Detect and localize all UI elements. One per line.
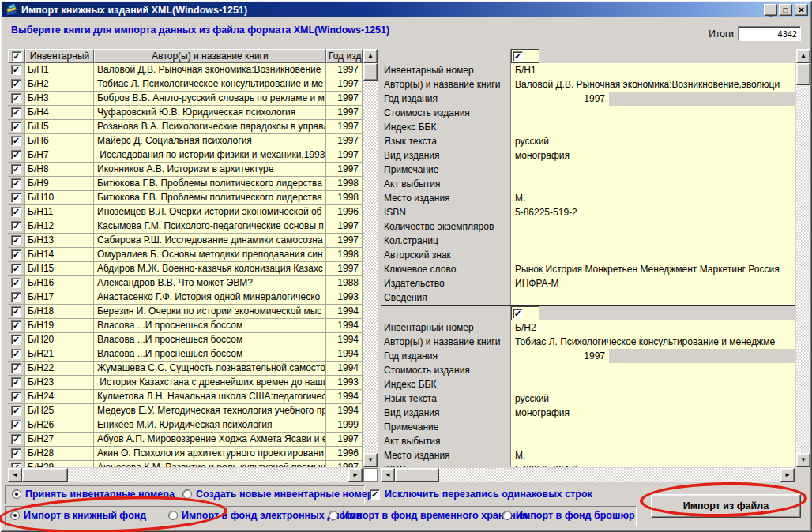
row-checkbox[interactable]: ✓ [8,390,25,404]
scroll-down-icon[interactable]: ▼ [796,453,810,467]
row-checkbox[interactable]: ✓ [8,461,25,467]
field-value[interactable] [511,163,795,177]
field-value[interactable] [511,290,795,305]
totals-input[interactable] [738,26,801,41]
scroll-track[interactable] [796,49,810,467]
table-row[interactable]: ✓ Б/Н24 Кулметова Л.Н. Начальная школа С… [8,390,363,404]
row-checkbox[interactable]: ✓ [8,120,25,134]
row-checkbox[interactable]: ✓ [8,92,25,106]
table-row[interactable]: ✓ Б/Н8 Иконников А.В. Историзм в архитек… [8,163,363,177]
maximize-button[interactable]: □ [779,4,792,16]
row-checkbox[interactable]: ✓ [8,177,25,191]
title-bar[interactable]: Импорт книжных изданий XML(Windows-1251)… [2,2,810,17]
radio-icon[interactable] [168,511,178,520]
row-checkbox[interactable]: ✓ [8,234,25,248]
scroll-right-icon[interactable]: ► [780,468,795,482]
table-row[interactable]: ✓ Б/Н26 Еникеев М.И. Юридическая психоло… [8,418,363,433]
radio-icon[interactable] [10,511,20,520]
table-row[interactable]: ✓ Б/Н7 Исследования по истории физики и … [8,148,363,163]
field-value[interactable] [511,234,795,248]
field-value[interactable]: монография [511,406,795,420]
table-row[interactable]: ✓ Б/Н6 Майерс Д. Социальная психология 1… [8,134,363,148]
field-value[interactable]: 1997 [511,92,609,106]
row-checkbox[interactable]: ✓ [8,404,25,418]
scroll-right-icon[interactable]: ► [348,468,363,482]
table-row[interactable]: ✓ Б/Н17 Анастасенко Г.Ф. История одной м… [8,290,363,305]
field-value[interactable]: М. [511,191,795,205]
import-from-file-button[interactable]: Импорт из файла [651,494,801,518]
field-value[interactable] [511,434,795,448]
field-value[interactable]: русский [511,134,795,148]
column-header-year[interactable]: Год издан [326,49,363,63]
row-checkbox[interactable]: ✓ [8,276,25,290]
field-value[interactable] [511,120,795,134]
field-value[interactable]: 5-86225-519-2 [511,205,795,219]
field-value[interactable]: Валовой Д.В. Рыночная экономика:Возникно… [511,77,795,92]
checkbox-check-icon[interactable]: ✓ [370,489,380,500]
table-row[interactable]: ✓ Б/Н9 Битюкова Г.В. Проблемы политическ… [8,177,363,191]
table-row[interactable]: ✓ Б/Н27 Абуов А.П. Мировоззрение Ходжа А… [8,433,363,447]
scroll-track[interactable] [363,49,378,467]
scroll-thumb[interactable] [395,468,439,482]
field-value[interactable]: ИНФРА-М [511,276,795,290]
radio-import-book-fund[interactable]: Импорт в книжный фонд [10,510,146,521]
minimize-button[interactable]: _ [764,4,777,16]
table-row[interactable]: ✓ Б/Н5 Розанова В.А. Психологические пар… [8,120,363,134]
table-row[interactable]: ✓ Б/Н15 Абдиров М.Ж. Военно-казачья коло… [8,262,363,276]
radio-icon[interactable] [502,511,512,520]
record-checkbox[interactable]: ✓ [511,49,539,63]
row-checkbox[interactable]: ✓ [8,134,25,148]
row-checkbox[interactable]: ✓ [8,433,25,447]
field-value[interactable]: русский [511,392,795,406]
row-checkbox[interactable]: ✓ [8,205,25,219]
field-value[interactable]: Б/Н1 [511,63,795,77]
field-value[interactable] [511,420,795,434]
table-row[interactable]: ✓ Б/Н21 Власова ...И проснешься боссом 1… [8,347,363,362]
radio-create-inventory[interactable]: Создать новые инвентарные номера [182,489,378,500]
details-horizontal-scrollbar[interactable]: ◄ ► [381,468,795,482]
scroll-up-icon[interactable]: ▲ [363,49,378,63]
row-checkbox[interactable]: ✓ [8,319,25,333]
row-checkbox[interactable]: ✓ [8,305,25,319]
table-row[interactable]: ✓ Б/Н28 Акин О. Психология архитектурног… [8,447,363,461]
column-header-inventory[interactable]: Инвентарный [25,49,94,63]
table-row[interactable]: ✓ Б/Н16 Александров В.В. Что может ЭВМ? … [8,276,363,290]
field-value[interactable]: Б/Н2 [511,320,795,335]
radio-icon[interactable] [12,489,21,499]
row-checkbox[interactable]: ✓ [8,63,25,77]
table-horizontal-scrollbar[interactable]: ◄ ► [8,468,363,482]
row-checkbox[interactable]: ✓ [8,333,25,347]
radio-icon[interactable] [329,511,338,520]
scroll-down-icon[interactable]: ▼ [363,453,378,467]
radio-import-temporary-fund[interactable]: Импорт в фонд временного хранения [329,510,528,521]
table-row[interactable]: ✓ Б/Н20 Власова ...И проснешься боссом 1… [8,333,363,347]
scroll-thumb[interactable] [22,468,68,482]
row-checkbox[interactable]: ✓ [8,248,25,262]
table-row[interactable]: ✓ Б/Н14 Омуралиев Б. Основы методики пре… [8,248,363,262]
radio-accept-inventory[interactable]: Принять инвентарные номера [12,489,175,500]
field-value[interactable] [511,363,795,377]
row-checkbox[interactable]: ✓ [8,376,25,390]
field-value[interactable] [511,248,795,262]
table-vertical-scrollbar[interactable]: ▲ ▼ [363,49,378,467]
radio-icon[interactable] [182,489,192,499]
table-row[interactable]: ✓ Б/Н11 Иноземцев В.Л. Очерки истории эк… [8,205,363,219]
row-checkbox[interactable]: ✓ [8,262,25,276]
scroll-left-icon[interactable]: ◄ [381,468,395,482]
field-value[interactable]: М. [511,448,795,463]
field-value[interactable]: Рынок История Монкретьен Менеджмент Марк… [511,262,795,276]
details-vertical-scrollbar[interactable]: ▲ ▼ [796,49,810,467]
row-checkbox[interactable]: ✓ [8,163,25,177]
field-value[interactable]: 5-86275-064-2 [511,463,795,467]
field-value[interactable]: 1997 [511,349,609,363]
field-value[interactable] [511,219,795,234]
radio-import-brochure-fund[interactable]: Импорт в фонд брошюр [502,510,635,521]
row-checkbox[interactable]: ✓ [8,290,25,305]
row-checkbox[interactable]: ✓ [8,148,25,163]
record-checkbox[interactable]: ✓ [511,306,539,320]
table-row[interactable]: ✓ Б/Н23 История Казахстана с древнейших … [8,376,363,390]
table-row[interactable]: ✓ Б/Н25 Медеуов Е.У. Методическая технол… [8,404,363,418]
table-row[interactable]: ✓ Б/Н29 Аюносова К.М. Развитие и роль ку… [8,461,363,467]
table-row[interactable]: ✓ Б/Н2 Тобиас Л. Психологическое консуль… [8,77,363,92]
table-row[interactable]: ✓ Б/Н10 Битюкова Г.В. Проблемы политичес… [8,191,363,205]
